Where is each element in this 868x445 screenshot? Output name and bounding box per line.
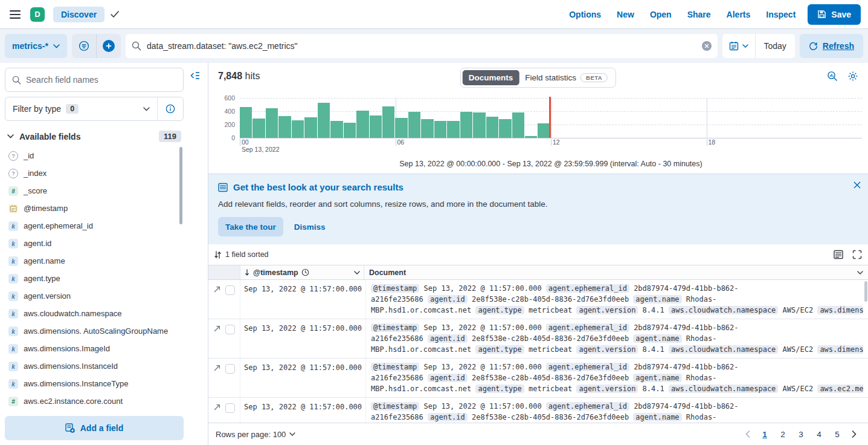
menu-icon[interactable] — [8, 8, 22, 21]
nav-link-open[interactable]: Open — [650, 10, 672, 19]
timestamp-column-header[interactable]: @timestamp — [240, 265, 364, 279]
histogram-bar[interactable] — [447, 121, 459, 138]
page-2[interactable]: 2 — [775, 426, 791, 442]
histogram-bar[interactable] — [240, 107, 252, 138]
expand-document-icon[interactable] — [213, 403, 221, 411]
breadcrumb-discover[interactable]: Discover — [53, 7, 104, 22]
display-options-icon[interactable] — [834, 250, 843, 259]
clear-query-icon[interactable] — [702, 41, 712, 51]
histogram-bar[interactable] — [382, 106, 394, 138]
sort-desc-icon — [244, 269, 250, 276]
field-list-item[interactable]: # _score — [5, 182, 178, 200]
row-checkbox[interactable] — [225, 364, 235, 374]
histogram-bar[interactable] — [252, 119, 265, 138]
saved-query-icon[interactable] — [72, 34, 96, 58]
field-search-input[interactable] — [26, 75, 176, 85]
space-avatar[interactable]: D — [30, 7, 45, 22]
histogram-bar[interactable] — [356, 111, 368, 138]
nav-link-options[interactable]: Options — [569, 10, 601, 19]
refresh-button[interactable]: Refresh — [800, 34, 863, 58]
query-input[interactable] — [147, 41, 696, 51]
histogram-bar[interactable] — [292, 120, 304, 138]
nav-link-new[interactable]: New — [617, 10, 634, 19]
save-button[interactable]: Save — [808, 4, 861, 25]
row-checkbox[interactable] — [225, 285, 235, 295]
histogram-bar[interactable] — [460, 112, 472, 138]
dismiss-button[interactable]: Dismiss — [294, 223, 326, 232]
expand-document-icon[interactable] — [213, 364, 221, 372]
y-axis-tick: 0 — [213, 134, 235, 141]
field-list-item[interactable]: k aws.dimensions.ImageId — [5, 340, 178, 357]
sorted-fields-button[interactable]: 1 field sorted — [214, 250, 269, 259]
collapse-sidebar-icon[interactable] — [190, 71, 200, 80]
field-list-item[interactable]: k aws.dimensions.InstanceType — [5, 375, 178, 392]
page-3[interactable]: 3 — [793, 426, 809, 442]
date-quick-select[interactable] — [722, 41, 755, 51]
histogram-bar[interactable] — [512, 112, 524, 138]
page-5[interactable]: 5 — [829, 426, 845, 442]
document-column-header[interactable]: Document — [364, 265, 868, 279]
expand-document-icon[interactable] — [213, 325, 221, 333]
field-list-item[interactable]: ? _id — [5, 147, 178, 164]
field-list-item[interactable]: @timestamp — [5, 200, 178, 217]
available-fields-header[interactable]: Available fields 119 — [5, 121, 184, 147]
field-list-item[interactable]: k agent.type — [5, 270, 178, 287]
close-icon[interactable] — [854, 181, 861, 189]
histogram-bar[interactable] — [266, 108, 278, 138]
row-checkbox[interactable] — [225, 325, 235, 334]
take-tour-button[interactable]: Take the tour — [218, 217, 283, 236]
histogram-bar[interactable] — [370, 115, 382, 138]
histogram-bar[interactable] — [304, 117, 317, 138]
field-list-item[interactable]: k agent.name — [5, 252, 178, 270]
nav-link-alerts[interactable]: Alerts — [727, 10, 751, 19]
histogram-bar[interactable] — [408, 112, 420, 138]
inspect-chart-icon[interactable] — [827, 71, 838, 82]
histogram-bar[interactable] — [434, 121, 446, 138]
field-list-item[interactable]: k aws.cloudwatch.namespace — [5, 305, 178, 322]
field-list-item[interactable]: k agent.ephemeral_id — [5, 217, 178, 235]
row-checkbox[interactable] — [225, 403, 235, 413]
next-page-icon[interactable] — [847, 426, 861, 442]
date-range-label[interactable]: Today — [756, 41, 795, 51]
grid-header: @timestamp Document — [208, 265, 868, 280]
field-chip: agent.type — [475, 345, 524, 354]
histogram-bar[interactable] — [473, 112, 485, 138]
field-filters-info-icon[interactable] — [158, 104, 183, 114]
top-header: D Discover OptionsNewOpenShareAlertsInsp… — [0, 0, 868, 29]
add-filter-button[interactable] — [97, 34, 121, 58]
sidebar-scrollbar[interactable] — [179, 147, 182, 224]
histogram-bar[interactable] — [421, 119, 433, 138]
histogram-bar[interactable] — [344, 123, 356, 138]
expand-document-icon[interactable] — [213, 285, 221, 293]
histogram-bar[interactable] — [330, 121, 342, 138]
histogram-bar[interactable] — [318, 103, 330, 138]
histogram-bar[interactable] — [538, 123, 550, 138]
page-1[interactable]: 1 — [757, 426, 773, 442]
field-type-icon: ? — [8, 169, 18, 178]
field-list-item[interactable]: # aws.ec2.instance.core.count — [5, 392, 178, 410]
histogram-bar[interactable] — [395, 118, 407, 138]
field-chip: agent.name — [633, 374, 681, 382]
field-chip: agent.version — [576, 345, 638, 354]
page-4[interactable]: 4 — [811, 426, 827, 442]
table-scrollbar[interactable] — [864, 281, 867, 302]
field-list-item[interactable]: k aws.dimensions. AutoScalingGroupName — [5, 322, 178, 340]
filter-by-type-button[interactable]: Filter by type 0 — [5, 104, 157, 114]
data-view-picker[interactable]: metrics-* — [5, 34, 67, 58]
tab-documents[interactable]: Documents — [463, 70, 519, 85]
add-field-button[interactable]: Add a field — [5, 416, 184, 440]
fullscreen-icon[interactable] — [852, 250, 862, 259]
field-list-item[interactable]: k aws.dimensions.InstanceId — [5, 357, 178, 375]
rows-per-page-button[interactable]: Rows per page: 100 — [216, 430, 295, 439]
histogram-bar[interactable] — [499, 119, 511, 138]
tab-field-statistics[interactable]: Field statistics BETA — [519, 70, 614, 85]
nav-link-share[interactable]: Share — [687, 10, 711, 19]
field-list-item[interactable]: ? _index — [5, 164, 178, 182]
nav-link-inspect[interactable]: Inspect — [766, 10, 796, 19]
histogram-bar[interactable] — [486, 117, 498, 138]
field-list-item[interactable]: k agent.version — [5, 287, 178, 305]
previous-page-icon[interactable] — [741, 426, 754, 442]
histogram-bar[interactable] — [278, 116, 291, 138]
gear-icon[interactable] — [847, 71, 858, 82]
field-list-item[interactable]: k agent.id — [5, 235, 178, 252]
